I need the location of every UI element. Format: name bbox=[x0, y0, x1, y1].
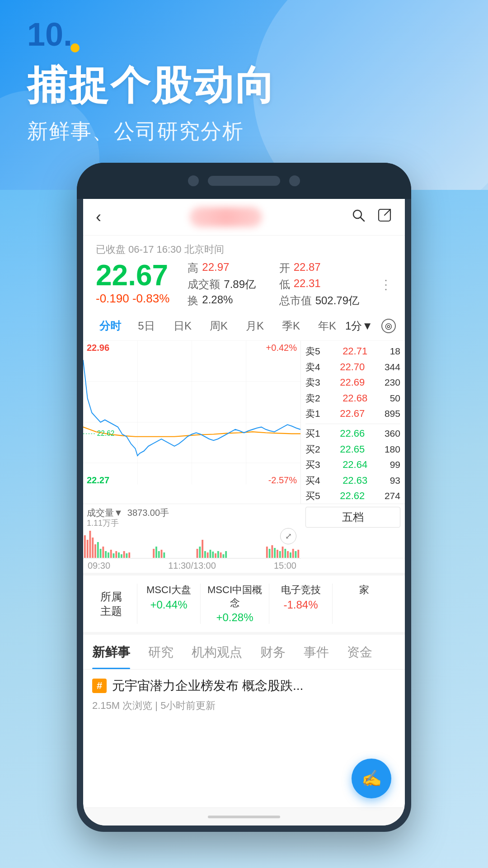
sell1-label: 卖1 bbox=[305, 407, 320, 420]
svg-rect-17 bbox=[97, 542, 99, 558]
svg-line-3 bbox=[385, 210, 390, 215]
phone-speaker bbox=[208, 176, 280, 186]
theme-more[interactable]: 家 bbox=[333, 584, 396, 624]
low-value: 22.31 bbox=[294, 277, 321, 292]
expand-chart-icon[interactable]: ⤢ bbox=[280, 528, 296, 544]
chart-price-low-label: 22.27 bbox=[87, 475, 109, 486]
svg-rect-45 bbox=[222, 554, 224, 558]
svg-rect-27 bbox=[123, 551, 125, 558]
theme-msci-large-label: MSCI大盘 bbox=[146, 584, 191, 597]
theme-msci-large[interactable]: MSCI大盘 +0.44% bbox=[137, 584, 201, 624]
theme-header-item: 所属 主题 bbox=[92, 584, 137, 624]
svg-rect-15 bbox=[92, 538, 94, 558]
stock-status-time: 已收盘 06-17 16:30 北京时间 bbox=[96, 243, 392, 256]
share-icon[interactable] bbox=[377, 208, 392, 226]
chart-pct-high-label: +0.42% bbox=[266, 343, 297, 353]
sell4-label: 卖4 bbox=[305, 361, 320, 374]
tab-weekk[interactable]: 周K bbox=[201, 316, 237, 336]
content-tabs: 新鲜事 研究 机构观点 财务 事件 资金 bbox=[83, 632, 405, 670]
svg-rect-50 bbox=[274, 548, 276, 558]
svg-rect-30 bbox=[153, 549, 155, 558]
sell-5-row: 卖5 22.71 18 bbox=[305, 344, 400, 359]
high-value: 22.97 bbox=[202, 261, 229, 275]
theme-esports[interactable]: 电子竞技 -1.84% bbox=[269, 584, 333, 624]
app-logo-text: 10. bbox=[27, 18, 72, 51]
tab-financial[interactable]: 财务 bbox=[260, 635, 286, 669]
svg-rect-34 bbox=[163, 552, 165, 558]
tab-capital[interactable]: 资金 bbox=[347, 635, 372, 669]
stock-amount: 成交额 7.89亿 bbox=[188, 277, 270, 292]
svg-rect-48 bbox=[269, 549, 271, 558]
phone-camera-left bbox=[188, 175, 199, 186]
buy5-price: 22.62 bbox=[340, 490, 365, 503]
order-book: 卖5 22.71 18 卖4 22.70 344 卖3 22.69 230 卖2… bbox=[301, 341, 405, 504]
tab-yeark[interactable]: 年K bbox=[309, 316, 345, 336]
stock-high: 高 22.97 bbox=[188, 261, 270, 275]
tab-news[interactable]: 新鲜事 bbox=[92, 635, 130, 669]
theme-esports-label: 电子竞技 bbox=[281, 584, 321, 597]
theme-msci-china-value: +0.28% bbox=[216, 611, 253, 624]
fab-button[interactable]: ✍ bbox=[352, 759, 391, 798]
stock-details-grid: 高 22.97 开 22.87 成交额 7.89亿 低 22.31 bbox=[188, 261, 361, 308]
open-value: 22.87 bbox=[294, 261, 321, 275]
volume-chart: 成交量▼ 3873.00手 1.11万手 bbox=[83, 504, 301, 558]
time-start: 09:30 bbox=[88, 561, 110, 571]
news-meta: 2.15M 次浏览 | 5小时前更新 bbox=[92, 699, 396, 712]
chart-tabs: 分时 5日 日K 周K 月K 季K 年K 1分▼ ◎ bbox=[83, 311, 405, 341]
tab-events[interactable]: 事件 bbox=[304, 635, 329, 669]
buy-3-row: 买3 22.64 99 bbox=[305, 457, 400, 473]
buy1-price: 22.66 bbox=[340, 427, 365, 440]
app-logo: 10. bbox=[27, 18, 84, 51]
tab-interval[interactable]: 1分▼ bbox=[345, 316, 381, 336]
chart-settings-icon[interactable]: ◎ bbox=[381, 319, 396, 333]
theme-msci-china-label: MSCI中国概念 bbox=[205, 584, 264, 609]
svg-rect-22 bbox=[110, 550, 112, 558]
volume-current-value: 3873.00手 bbox=[127, 507, 169, 519]
svg-rect-54 bbox=[284, 549, 286, 558]
amount-label: 成交额 bbox=[188, 277, 220, 292]
search-icon[interactable] bbox=[351, 208, 366, 226]
sell-1-row: 卖1 22.67 895 bbox=[305, 406, 400, 422]
buy-5-row: 买5 22.62 274 bbox=[305, 488, 400, 504]
svg-rect-40 bbox=[210, 550, 211, 558]
tab-dayk[interactable]: 日K bbox=[164, 316, 201, 336]
svg-rect-23 bbox=[113, 553, 115, 558]
buy1-label: 买1 bbox=[305, 427, 320, 440]
turnover-label: 换 bbox=[188, 293, 198, 308]
theme-msci-china[interactable]: MSCI中国概念 +0.28% bbox=[201, 584, 269, 624]
header-center bbox=[108, 207, 343, 227]
more-options-icon[interactable]: ⋮ bbox=[380, 277, 392, 292]
svg-rect-47 bbox=[266, 547, 268, 558]
hero-title: 捕捉个股动向 bbox=[27, 59, 277, 113]
tab-institution[interactable]: 机构观点 bbox=[192, 635, 242, 669]
app-logo-dot bbox=[70, 43, 80, 52]
tab-fenshi[interactable]: 分时 bbox=[92, 316, 128, 336]
news-tag-row: # 元宇宙潜力企业榜发布 概念股跌... bbox=[92, 677, 396, 694]
stock-low: 低 22.31 bbox=[279, 277, 361, 292]
sell4-price: 22.70 bbox=[340, 361, 365, 374]
stock-turnover: 换 2.28% bbox=[188, 293, 270, 308]
svg-rect-55 bbox=[287, 551, 289, 558]
stock-info-section: 已收盘 06-17 16:30 北京时间 22.67 -0.190 -0.83%… bbox=[83, 236, 405, 311]
sell1-price: 22.67 bbox=[340, 407, 365, 420]
tab-5day[interactable]: 5日 bbox=[128, 316, 164, 336]
svg-rect-26 bbox=[121, 554, 122, 558]
stock-current-price: 22.67 bbox=[96, 261, 169, 290]
tab-monthk[interactable]: 月K bbox=[237, 316, 273, 336]
sell4-qty: 344 bbox=[385, 361, 400, 374]
tab-research[interactable]: 研究 bbox=[148, 635, 174, 669]
svg-rect-51 bbox=[277, 550, 278, 558]
chart-price-high-label: 22.96 bbox=[87, 343, 109, 353]
sell2-qty: 50 bbox=[390, 392, 400, 405]
buy4-qty: 93 bbox=[390, 474, 400, 487]
phone-camera-right bbox=[289, 175, 300, 186]
svg-rect-44 bbox=[220, 552, 222, 558]
stock-price-main: 22.67 -0.190 -0.83% bbox=[96, 261, 169, 306]
sell5-label: 卖5 bbox=[305, 345, 320, 358]
time-axis-right bbox=[301, 558, 405, 573]
tab-seasonk[interactable]: 季K bbox=[273, 316, 309, 336]
back-button[interactable]: ‹ bbox=[96, 209, 101, 225]
volume-type-label[interactable]: 成交量▼ bbox=[87, 507, 123, 519]
news-item[interactable]: # 元宇宙潜力企业榜发布 概念股跌... 2.15M 次浏览 | 5小时前更新 bbox=[92, 677, 396, 712]
theme-section: 所属 主题 MSCI大盘 +0.44% MSCI中国概念 +0.28% 电子竞技… bbox=[83, 573, 405, 632]
